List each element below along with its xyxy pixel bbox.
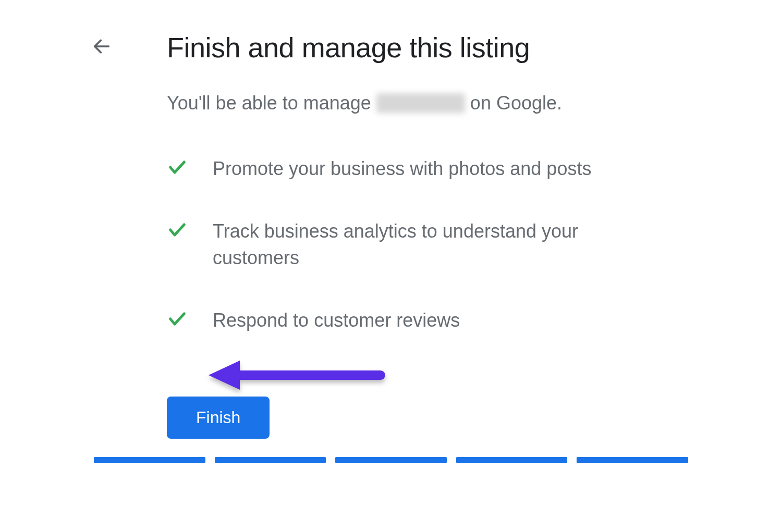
feature-list: Promote your business with photos and po…	[167, 156, 688, 334]
redacted-business-name	[376, 93, 465, 113]
check-icon	[167, 219, 188, 240]
feature-text: Track business analytics to understand y…	[213, 218, 651, 271]
progress-segment	[577, 457, 688, 463]
progress-bar	[94, 457, 688, 463]
back-button[interactable]	[89, 34, 115, 60]
feature-item: Track business analytics to understand y…	[167, 218, 688, 271]
feature-text: Promote your business with photos and po…	[213, 156, 591, 182]
check-icon	[167, 157, 188, 178]
subtitle-suffix: on Google.	[470, 92, 562, 114]
page-title: Finish and manage this listing	[167, 31, 530, 64]
progress-segment	[94, 457, 205, 463]
progress-segment	[215, 457, 326, 463]
header-row: Finish and manage this listing	[89, 31, 693, 64]
check-icon	[167, 308, 188, 329]
feature-item: Respond to customer reviews	[167, 307, 688, 333]
feature-text: Respond to customer reviews	[213, 307, 460, 333]
subtitle: You'll be able to manage on Google.	[167, 92, 688, 114]
progress-segment	[335, 457, 447, 463]
finish-button[interactable]: Finish	[167, 397, 270, 439]
listing-finish-page: Finish and manage this listing You'll be…	[0, 0, 782, 532]
progress-segment	[456, 457, 568, 463]
content-area: You'll be able to manage on Google. Prom…	[167, 92, 688, 439]
arrow-left-icon	[91, 36, 112, 59]
subtitle-prefix: You'll be able to manage	[167, 92, 371, 114]
feature-item: Promote your business with photos and po…	[167, 156, 688, 182]
